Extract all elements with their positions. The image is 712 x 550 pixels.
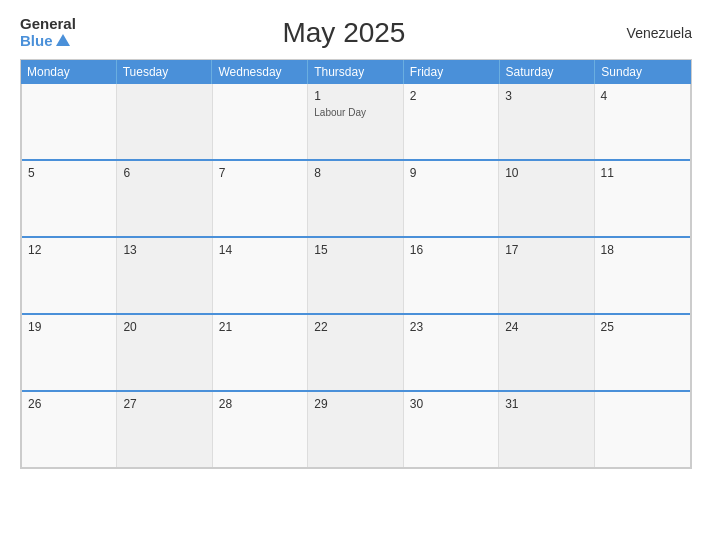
day-number: 28 bbox=[219, 397, 301, 411]
col-sunday: Sunday bbox=[595, 60, 691, 84]
day-number: 30 bbox=[410, 397, 492, 411]
calendar-header: Monday Tuesday Wednesday Thursday Friday… bbox=[21, 60, 691, 84]
country-label: Venezuela bbox=[612, 25, 692, 41]
cell-w2-d1: 5 bbox=[22, 161, 117, 236]
cell-w1-d4: 1Labour Day bbox=[308, 84, 403, 159]
day-number: 7 bbox=[219, 166, 301, 180]
day-number: 8 bbox=[314, 166, 396, 180]
day-number: 1 bbox=[314, 89, 396, 103]
header: General Blue May 2025 Venezuela bbox=[20, 16, 692, 49]
col-monday: Monday bbox=[21, 60, 117, 84]
day-number: 9 bbox=[410, 166, 492, 180]
day-number: 27 bbox=[123, 397, 205, 411]
cell-w4-d7: 25 bbox=[595, 315, 690, 390]
cell-w3-d7: 18 bbox=[595, 238, 690, 313]
day-number: 4 bbox=[601, 89, 684, 103]
day-number: 19 bbox=[28, 320, 110, 334]
day-number: 3 bbox=[505, 89, 587, 103]
cell-w5-d3: 28 bbox=[213, 392, 308, 467]
cell-w1-d6: 3 bbox=[499, 84, 594, 159]
col-thursday: Thursday bbox=[308, 60, 404, 84]
day-number: 2 bbox=[410, 89, 492, 103]
cell-w2-d4: 8 bbox=[308, 161, 403, 236]
cell-w5-d7 bbox=[595, 392, 690, 467]
cell-w2-d2: 6 bbox=[117, 161, 212, 236]
day-number: 18 bbox=[601, 243, 684, 257]
cell-w1-d1 bbox=[22, 84, 117, 159]
cell-w1-d5: 2 bbox=[404, 84, 499, 159]
cell-w5-d1: 26 bbox=[22, 392, 117, 467]
cell-w5-d6: 31 bbox=[499, 392, 594, 467]
cell-w5-d5: 30 bbox=[404, 392, 499, 467]
day-number: 21 bbox=[219, 320, 301, 334]
day-number: 11 bbox=[601, 166, 684, 180]
logo-triangle-icon bbox=[56, 34, 70, 46]
day-number: 16 bbox=[410, 243, 492, 257]
cell-w1-d7: 4 bbox=[595, 84, 690, 159]
cell-w5-d4: 29 bbox=[308, 392, 403, 467]
week-1: 1Labour Day234 bbox=[22, 84, 690, 159]
col-saturday: Saturday bbox=[500, 60, 596, 84]
cell-w3-d3: 14 bbox=[213, 238, 308, 313]
day-event: Labour Day bbox=[314, 107, 366, 118]
day-number: 25 bbox=[601, 320, 684, 334]
cell-w3-d6: 17 bbox=[499, 238, 594, 313]
day-number: 26 bbox=[28, 397, 110, 411]
cell-w5-d2: 27 bbox=[117, 392, 212, 467]
day-number: 17 bbox=[505, 243, 587, 257]
weeks-container: 1Labour Day23456789101112131415161718192… bbox=[21, 84, 691, 468]
week-4: 19202122232425 bbox=[22, 313, 690, 390]
calendar: Monday Tuesday Wednesday Thursday Friday… bbox=[20, 59, 692, 469]
day-number: 13 bbox=[123, 243, 205, 257]
cell-w1-d2 bbox=[117, 84, 212, 159]
calendar-title: May 2025 bbox=[76, 17, 612, 49]
page: General Blue May 2025 Venezuela Monday T… bbox=[0, 0, 712, 550]
day-number: 15 bbox=[314, 243, 396, 257]
day-number: 31 bbox=[505, 397, 587, 411]
cell-w3-d5: 16 bbox=[404, 238, 499, 313]
cell-w2-d7: 11 bbox=[595, 161, 690, 236]
cell-w2-d6: 10 bbox=[499, 161, 594, 236]
cell-w2-d5: 9 bbox=[404, 161, 499, 236]
logo: General Blue bbox=[20, 16, 76, 49]
cell-w4-d5: 23 bbox=[404, 315, 499, 390]
week-2: 567891011 bbox=[22, 159, 690, 236]
day-number: 22 bbox=[314, 320, 396, 334]
week-3: 12131415161718 bbox=[22, 236, 690, 313]
day-number: 20 bbox=[123, 320, 205, 334]
day-number: 12 bbox=[28, 243, 110, 257]
cell-w4-d1: 19 bbox=[22, 315, 117, 390]
cell-w3-d4: 15 bbox=[308, 238, 403, 313]
day-number: 24 bbox=[505, 320, 587, 334]
day-number: 29 bbox=[314, 397, 396, 411]
cell-w1-d3 bbox=[213, 84, 308, 159]
cell-w4-d3: 21 bbox=[213, 315, 308, 390]
cell-w3-d2: 13 bbox=[117, 238, 212, 313]
day-number: 14 bbox=[219, 243, 301, 257]
day-number: 5 bbox=[28, 166, 110, 180]
logo-general-text: General bbox=[20, 16, 76, 33]
cell-w4-d4: 22 bbox=[308, 315, 403, 390]
day-number: 10 bbox=[505, 166, 587, 180]
cell-w4-d6: 24 bbox=[499, 315, 594, 390]
day-number: 23 bbox=[410, 320, 492, 334]
col-friday: Friday bbox=[404, 60, 500, 84]
week-5: 262728293031 bbox=[22, 390, 690, 467]
cell-w4-d2: 20 bbox=[117, 315, 212, 390]
col-wednesday: Wednesday bbox=[212, 60, 308, 84]
cell-w2-d3: 7 bbox=[213, 161, 308, 236]
col-tuesday: Tuesday bbox=[117, 60, 213, 84]
logo-blue-text: Blue bbox=[20, 33, 70, 50]
cell-w3-d1: 12 bbox=[22, 238, 117, 313]
day-number: 6 bbox=[123, 166, 205, 180]
